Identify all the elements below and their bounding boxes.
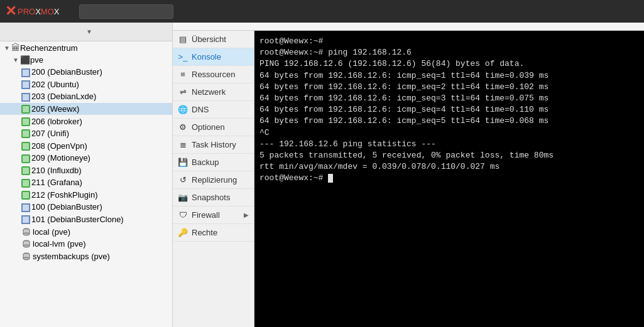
tree-icon-205 (21, 104, 31, 114)
nav-item-dns[interactable]: 🌐DNS (173, 101, 254, 119)
nav-item-ressourcen[interactable]: ≡Ressourcen (173, 66, 254, 83)
tree-icon-206 (21, 116, 31, 126)
nav-item-replizierung[interactable]: ↺Replizierung (173, 171, 254, 189)
terminal-line: 64 bytes from 192.168.12.6: icmp_seq=2 t… (259, 82, 639, 93)
tree-icon-101 (21, 215, 31, 225)
sidebar-item-101[interactable]: 101 (DebianBusterClone) (0, 213, 172, 226)
nav-item-backup[interactable]: 💾Backup (173, 154, 254, 171)
tree-label-207: 207 (Unifi) (31, 129, 69, 138)
terminal-line: PING 192.168.12.6 (192.168.12.6) 56(84) … (259, 58, 639, 70)
tree-icon-pve: ⬛ (20, 55, 30, 65)
sidebar-item-210[interactable]: 210 (Influxdb) (0, 164, 172, 177)
nav-item-task-history[interactable]: ≣Task History (173, 136, 254, 154)
terminal-line: ^C (259, 127, 639, 139)
terminal-line: root@Weewx:~# ping 192.168.12.6 (259, 47, 639, 58)
tree-label-205: 205 (Weewx) (31, 104, 79, 114)
nav-item-ubersicht[interactable]: ▤Übersicht (173, 31, 254, 48)
terminal-line: --- 192.168.12.6 ping statistics --- (259, 139, 639, 150)
sidebar-item-local-lvm-pve[interactable]: local-lvm (pve) (0, 238, 172, 250)
sidebar: ▼ ▼🏛Rechenzentrum▼⬛pve200 (DebianBuster)… (0, 23, 173, 327)
sidebar-item-202[interactable]: 202 (Ubuntu) (0, 78, 172, 91)
sidebar-item-208[interactable]: 208 (OpenVpn) (0, 139, 172, 152)
terminal-area[interactable]: root@Weewx:~# root@Weewx:~# ping 192.168… (254, 31, 644, 327)
server-view-bar[interactable]: ▼ (0, 23, 172, 41)
sidebar-item-205[interactable]: 205 (Weewx) (0, 103, 172, 115)
nav-label-netzwerk: Netzwerk (192, 87, 226, 97)
terminal-line: 5 packets transmitted, 5 received, 0% pa… (259, 150, 639, 161)
svg-point-14 (23, 257, 30, 260)
sidebar-item-206[interactable]: 206 (lobroker) (0, 115, 172, 127)
terminal-line: root@Weewx:~# (259, 36, 639, 47)
nav-item-konsole[interactable]: >_Konsole (173, 48, 254, 66)
tree-label-211: 211 (Grafana) (31, 178, 82, 187)
main-layout: ▼ ▼🏛Rechenzentrum▼⬛pve200 (DebianBuster)… (0, 23, 644, 327)
tree-icon-200 (21, 67, 31, 77)
sidebar-item-pve[interactable]: ▼⬛pve (0, 54, 172, 66)
tree-label-210: 210 (Influxdb) (31, 166, 82, 175)
tree-label-206: 206 (lobroker) (31, 117, 82, 126)
tree-icon-207 (21, 129, 31, 139)
nav-icon-replizierung: ↺ (178, 175, 188, 185)
nav-item-snapshots[interactable]: 📷Snapshots (173, 189, 254, 206)
tree-label-systembackups-pve: systembackups (pve) (33, 252, 110, 261)
nav-label-ressourcen: Ressourcen (192, 70, 235, 79)
middle-area: ▤Übersicht>_Konsole≡Ressourcen⇌Netzwerk🌐… (173, 31, 644, 327)
sidebar-item-local-pve[interactable]: local (pve) (0, 225, 172, 238)
nav-icon-backup: 💾 (178, 158, 188, 167)
tree-label-101: 101 (DebianBusterClone) (31, 215, 124, 224)
nav-label-rechte: Rechte (192, 228, 217, 237)
nav-submenu-arrow-icon: ▶ (244, 212, 249, 218)
tree-label-203: 203 (DebianLxde) (31, 92, 96, 101)
tree-expand-icon: ▼ (13, 56, 19, 63)
tree-icon-systembackups-pve (21, 251, 33, 261)
nav-label-task-history: Task History (192, 140, 236, 149)
nav-item-netzwerk[interactable]: ⇌Netzwerk (173, 83, 254, 101)
sidebar-item-212[interactable]: 212 (FoshkPlugin) (0, 189, 172, 201)
sidebar-item-100[interactable]: 100 (DebianBuster) (0, 201, 172, 213)
nav-label-konsole: Konsole (192, 52, 221, 62)
nav-label-firewall: Firewall (192, 210, 220, 220)
tree-label-rechenzentrum: Rechenzentrum (20, 43, 78, 53)
sidebar-item-systembackups-pve[interactable]: systembackups (pve) (0, 250, 172, 262)
nav-label-backup: Backup (192, 158, 219, 167)
terminal-line: rtt min/avg/max/mdev = 0.039/0.078/0.110… (259, 161, 639, 173)
sidebar-item-203[interactable]: 203 (DebianLxde) (0, 90, 172, 103)
nav-icon-netzwerk: ⇌ (178, 87, 188, 97)
tree-icon-209 (21, 153, 31, 163)
nav-label-optionen: Optionen (192, 122, 225, 132)
search-input[interactable] (79, 4, 173, 19)
nav-panel: ▤Übersicht>_Konsole≡Ressourcen⇌Netzwerk🌐… (173, 31, 254, 327)
nav-item-firewall[interactable]: 🛡Firewall▶ (173, 206, 254, 224)
topbar: ✕ PROXMOX (0, 0, 644, 23)
tree-label-100: 100 (DebianBuster) (31, 202, 102, 212)
content-area: ▤Übersicht>_Konsole≡Ressourcen⇌Netzwerk🌐… (173, 23, 644, 327)
tree-label-200: 200 (DebianBuster) (31, 67, 102, 77)
tree-label-212: 212 (FoshkPlugin) (31, 190, 98, 200)
nav-item-optionen[interactable]: ⚙Optionen (173, 119, 254, 136)
logo-text: PROXMOX (18, 7, 59, 16)
tree-icon-211 (21, 178, 31, 188)
tree-icon-203 (21, 92, 31, 102)
tree-icon-212 (21, 190, 31, 200)
svg-point-9 (23, 245, 30, 247)
sidebar-item-207[interactable]: 207 (Unifi) (0, 127, 172, 140)
sidebar-tree: ▼🏛Rechenzentrum▼⬛pve200 (DebianBuster)20… (0, 41, 172, 262)
tree-icon-local-lvm-pve (21, 239, 33, 249)
tree-label-local-lvm-pve: local-lvm (pve) (33, 239, 86, 249)
nav-icon-dns: 🌐 (178, 105, 188, 114)
sidebar-item-200[interactable]: 200 (DebianBuster) (0, 66, 172, 78)
terminal-prompt: root@Weewx:~# (259, 173, 328, 183)
sidebar-item-rechenzentrum[interactable]: ▼🏛Rechenzentrum (0, 41, 172, 54)
page-header (173, 23, 644, 31)
tree-icon-local-pve (21, 227, 33, 237)
tree-label-local-pve: local (pve) (33, 227, 70, 237)
nav-icon-task-history: ≣ (178, 140, 188, 149)
nav-label-ubersicht: Übersicht (192, 35, 226, 44)
logo: ✕ PROXMOX (5, 3, 59, 19)
sidebar-item-209[interactable]: 209 (Motioneye) (0, 152, 172, 164)
nav-icon-ressourcen: ≡ (178, 70, 188, 79)
tree-label-209: 209 (Motioneye) (31, 153, 90, 163)
sidebar-item-211[interactable]: 211 (Grafana) (0, 176, 172, 189)
logo-x-icon: ✕ (5, 3, 16, 19)
nav-item-rechte[interactable]: 🔑Rechte (173, 224, 254, 242)
